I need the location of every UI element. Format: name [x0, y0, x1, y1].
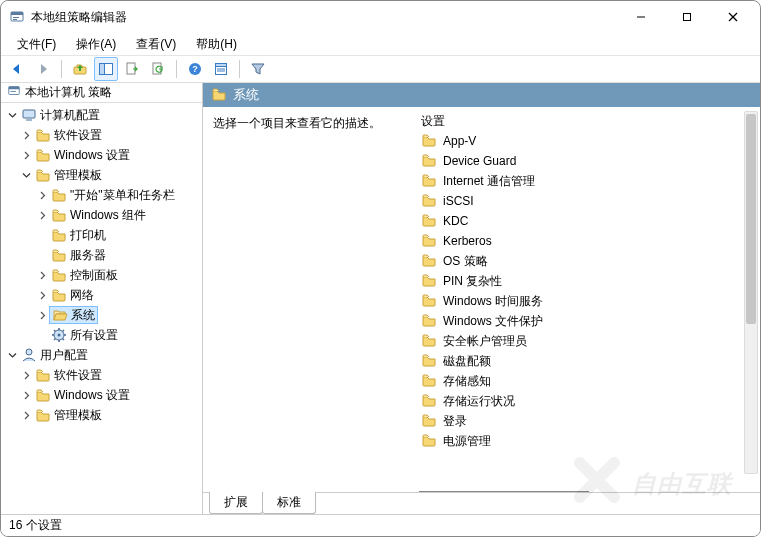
toolbar-separator [61, 60, 62, 78]
chevron-right-icon[interactable] [35, 288, 49, 302]
list-item[interactable]: App-V [415, 131, 748, 151]
tree-u-admin-templates[interactable]: 管理模板 [3, 405, 202, 425]
list-item-label: PIN 复杂性 [443, 273, 502, 290]
list-item[interactable]: KDC [415, 211, 748, 231]
tree-all-settings[interactable]: 所有设置 [3, 325, 202, 345]
menu-file[interactable]: 文件(F) [7, 34, 66, 55]
svg-rect-10 [100, 64, 105, 75]
properties-button[interactable] [209, 57, 233, 81]
pane-toggle-button[interactable] [94, 57, 118, 81]
chevron-right-icon[interactable] [35, 268, 49, 282]
list-item[interactable]: Windows 时间服务 [415, 291, 748, 311]
forward-button[interactable] [31, 57, 55, 81]
help-button[interactable]: ? [183, 57, 207, 81]
folder-icon [421, 152, 437, 171]
list-item[interactable]: 安全帐户管理员 [415, 331, 748, 351]
list-item-label: App-V [443, 134, 476, 148]
tree-admin-templates[interactable]: 管理模板 [3, 165, 202, 185]
list-item-label: 安全帐户管理员 [443, 333, 527, 350]
chevron-right-icon[interactable] [19, 128, 33, 142]
list-item[interactable]: Windows 文件保护 [415, 311, 748, 331]
list-item-label: 磁盘配额 [443, 353, 491, 370]
list-item[interactable]: 电源管理 [415, 431, 748, 451]
tree-view[interactable]: 计算机配置软件设置Windows 设置管理模板"开始"菜单和任务栏Windows… [1, 103, 202, 514]
folder-icon [51, 267, 67, 283]
chevron-down-icon[interactable] [19, 168, 33, 182]
list-item[interactable]: PIN 复杂性 [415, 271, 748, 291]
folder-icon [421, 132, 437, 151]
list-item-label: OS 策略 [443, 253, 488, 270]
tree-network[interactable]: 网络 [3, 285, 202, 305]
folder-icon [52, 307, 68, 323]
policy-icon [7, 84, 21, 101]
list-item[interactable]: Internet 通信管理 [415, 171, 748, 191]
vertical-scrollbar[interactable] [744, 111, 758, 474]
chevron-right-icon[interactable] [35, 308, 49, 322]
tree-system[interactable]: 系统 [3, 305, 202, 325]
up-button[interactable] [68, 57, 92, 81]
svg-rect-5 [684, 14, 691, 21]
tab-extended[interactable]: 扩展 [209, 492, 263, 514]
svg-rect-21 [11, 91, 16, 92]
svg-line-31 [63, 339, 65, 341]
tree-computer-config[interactable]: 计算机配置 [3, 105, 202, 125]
tree-node-label: 控制面板 [70, 267, 118, 284]
content-body: 选择一个项目来查看它的描述。 设置App-VDevice GuardIntern… [203, 107, 760, 492]
folder-icon [35, 147, 51, 163]
list-item[interactable]: 设置 [415, 111, 748, 131]
tree-servers[interactable]: 服务器 [3, 245, 202, 265]
folder-icon [421, 212, 437, 231]
chevron-right-icon[interactable] [19, 368, 33, 382]
list-item[interactable]: 存储运行状况 [415, 391, 748, 411]
folder-icon [421, 392, 437, 411]
tab-standard[interactable]: 标准 [262, 492, 316, 514]
tree-windows-components[interactable]: Windows 组件 [3, 205, 202, 225]
refresh-button[interactable] [146, 57, 170, 81]
chevron-right-icon[interactable] [19, 148, 33, 162]
chevron-down-icon[interactable] [5, 108, 19, 122]
statusbar: 16 个设置 [1, 514, 760, 536]
tree-header: 本地计算机 策略 [1, 83, 202, 103]
list-item[interactable]: 登录 [415, 411, 748, 431]
maximize-button[interactable] [664, 1, 710, 33]
item-list[interactable]: 设置App-VDevice GuardInternet 通信管理iSCSIKDC… [415, 107, 760, 492]
scrollbar-thumb[interactable] [746, 114, 756, 324]
back-button[interactable] [5, 57, 29, 81]
svg-line-32 [54, 339, 56, 341]
window-title: 本地组策略编辑器 [31, 9, 127, 26]
folder-icon [35, 387, 51, 403]
tree-user-config[interactable]: 用户配置 [3, 345, 202, 365]
tree-printers[interactable]: 打印机 [3, 225, 202, 245]
tree-root-label: 本地计算机 策略 [25, 84, 112, 101]
tree-start-taskbar[interactable]: "开始"菜单和任务栏 [3, 185, 202, 205]
list-item[interactable]: 存储感知 [415, 371, 748, 391]
close-button[interactable] [710, 1, 756, 33]
chevron-right-icon[interactable] [19, 408, 33, 422]
tree-software-settings[interactable]: 软件设置 [3, 125, 202, 145]
content-pane: 系统 选择一个项目来查看它的描述。 设置App-VDevice GuardInt… [203, 83, 760, 514]
chevron-right-icon[interactable] [19, 388, 33, 402]
menu-help[interactable]: 帮助(H) [186, 34, 247, 55]
folder-icon [51, 187, 67, 203]
chevron-right-icon[interactable] [35, 208, 49, 222]
filter-button[interactable] [246, 57, 270, 81]
list-item[interactable]: Kerberos [415, 231, 748, 251]
tree-u-software-settings[interactable]: 软件设置 [3, 365, 202, 385]
tree-control-panel[interactable]: 控制面板 [3, 265, 202, 285]
menu-action[interactable]: 操作(A) [66, 34, 126, 55]
svg-point-34 [26, 349, 32, 355]
menu-view[interactable]: 查看(V) [126, 34, 186, 55]
tree-u-windows-settings[interactable]: Windows 设置 [3, 385, 202, 405]
export-button[interactable] [120, 57, 144, 81]
list-item[interactable]: iSCSI [415, 191, 748, 211]
toolbar-separator [176, 60, 177, 78]
list-item[interactable]: Device Guard [415, 151, 748, 171]
content-title: 系统 [233, 86, 259, 104]
chevron-down-icon[interactable] [5, 348, 19, 362]
minimize-button[interactable] [618, 1, 664, 33]
chevron-right-icon[interactable] [35, 188, 49, 202]
list-item[interactable]: OS 策略 [415, 251, 748, 271]
list-item[interactable]: 磁盘配额 [415, 351, 748, 371]
tree-windows-settings[interactable]: Windows 设置 [3, 145, 202, 165]
folder-icon [421, 352, 437, 371]
